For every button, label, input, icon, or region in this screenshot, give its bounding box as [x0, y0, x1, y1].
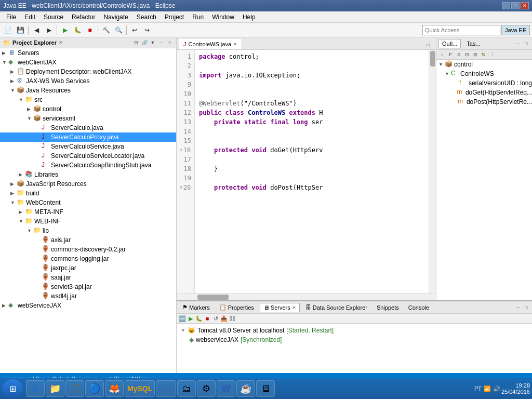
build-button[interactable]: 🔨 — [100, 24, 112, 36]
menu-project[interactable]: Project — [161, 12, 188, 22]
tree-item-servers[interactable]: ▶ 🖥 Servers — [0, 48, 176, 58]
stop-button[interactable]: ■ — [84, 24, 96, 36]
tree-item-servicelocator[interactable]: J ServerCalculoServiceLocator.java — [0, 151, 176, 161]
tree-item-servercalculoproxy[interactable]: J ServerCalculoProxy.java — [0, 132, 176, 142]
save-button[interactable]: 💾 — [15, 24, 26, 36]
server-new-button[interactable]: 🆕 — [179, 315, 186, 322]
tree-item-libraries[interactable]: ▶ 📚 Libraries — [0, 170, 176, 179]
tree-item-wsdl4j-jar[interactable]: 🏺 wsdl4j.jar — [0, 291, 176, 301]
explorer-minimize-button[interactable]: ─ — [157, 39, 165, 46]
taskbar-settings[interactable]: ⚙ — [197, 380, 216, 397]
menu-window[interactable]: Window — [208, 12, 238, 22]
outline-sync-button[interactable]: ↻ — [480, 51, 487, 58]
menu-refactor[interactable]: Refactor — [68, 12, 99, 22]
debug-button[interactable]: 🐛 — [72, 24, 83, 36]
tree-item-saaj-jar[interactable]: 🏺 saaj.jar — [0, 273, 176, 282]
tree-item-servercalculo[interactable]: J ServerCalculo.java — [0, 123, 176, 132]
outline-collapse-button[interactable]: ⊟ — [463, 51, 471, 58]
search-toolbar-button[interactable]: 🔍 — [113, 24, 124, 36]
editor-hscrollbar[interactable] — [177, 293, 436, 300]
outline-item-serialversionuid[interactable]: f serialVersionUID : long — [436, 78, 532, 88]
outline-item-controlewsclass[interactable]: ▼ C ControleWS — [436, 69, 532, 78]
link-editor-button[interactable]: 🔗 — [141, 39, 148, 46]
close-button[interactable]: ✕ — [521, 2, 529, 9]
tree-item-jaxrpc-jar[interactable]: 🏺 jaxrpc.jar — [0, 263, 176, 273]
menu-navigate[interactable]: Navigate — [99, 12, 132, 22]
editor-tab-close[interactable]: ✕ — [233, 42, 237, 47]
taskbar-sql[interactable]: SQL — [156, 380, 176, 397]
menu-file[interactable]: File — [2, 12, 20, 22]
server-item-tomcat[interactable]: ▼ 🐱 Tomcat v8.0 Server at localhost [Sta… — [179, 326, 530, 335]
tree-item-webinf[interactable]: ▼ 📁 WEB-INF — [0, 217, 176, 226]
taskbar-ie[interactable]: e — [26, 380, 45, 397]
servers-tab-close[interactable]: ✕ — [292, 305, 296, 310]
bottom-tab-servers[interactable]: 🖥 Servers ✕ — [260, 303, 300, 312]
menu-edit[interactable]: Edit — [20, 12, 39, 22]
tree-item-jsresources[interactable]: ▶ 📦 JavaScript Resources — [0, 179, 176, 189]
taskbar-chrome[interactable]: 🔵 — [85, 380, 104, 397]
tree-item-src[interactable]: ▼ 📁 src — [0, 95, 176, 104]
taskbar-firefox[interactable]: 🦊 — [105, 380, 124, 397]
taskbar-mysql[interactable]: MySQL — [125, 380, 155, 397]
tree-item-jaxws[interactable]: ▶ ⚙ JAX-WS Web Services — [0, 76, 176, 86]
editor-content[interactable]: 1 2 3 9 10 11 12 13 14 15 ⊖16 17 18 19 — [177, 50, 436, 293]
minimize-button[interactable]: ─ — [502, 2, 510, 9]
new-button[interactable]: 📄 — [2, 24, 14, 36]
explorer-maximize-button[interactable]: □ — [166, 39, 173, 46]
start-button[interactable]: ⊞ — [2, 379, 23, 398]
tree-item-metainf[interactable]: ▶ 📁 META-INF — [0, 207, 176, 217]
editor-tab-controlewsJava[interactable]: J ControleWS.java ✕ — [179, 38, 242, 49]
outline-maximize-button[interactable]: □ — [523, 40, 530, 47]
editor-scrollbar[interactable] — [429, 50, 436, 293]
tree-item-build[interactable]: ▶ 📁 build — [0, 189, 176, 198]
tree-item-webclientjax[interactable]: ▼ ◆ webClientJAX — [0, 58, 176, 67]
next-edit-button[interactable]: ↪ — [141, 24, 153, 36]
tree-item-webservicejax[interactable]: ▶ ◆ webServiceJAX — [0, 301, 176, 310]
taskbar-media[interactable]: 🎵 — [65, 380, 84, 397]
taskbar-files[interactable]: 🗂 — [177, 380, 196, 397]
tree-item-axis-jar[interactable]: 🏺 axis.jar — [0, 235, 176, 245]
bottom-tab-markers[interactable]: ⚑ Markers — [179, 302, 214, 312]
quick-access-input[interactable] — [425, 27, 498, 33]
outline-tab-tasks[interactable]: Tas... — [463, 39, 484, 48]
server-publish-button[interactable]: 📤 — [220, 315, 228, 322]
forward-button[interactable]: ▶ — [43, 24, 55, 36]
tree-item-commons-logging-jar[interactable]: 🏺 commons-logging.jar — [0, 254, 176, 263]
prev-edit-button[interactable]: ↩ — [129, 24, 140, 36]
bottom-tab-console[interactable]: Console — [405, 303, 433, 312]
bottom-tab-datasource[interactable]: 🗄 Data Source Explorer — [302, 303, 371, 312]
taskbar-java-eclipse[interactable]: ☕ — [236, 380, 255, 397]
outline-sort-button[interactable]: ↕ — [438, 51, 446, 58]
server-debug-server-button[interactable]: 🐛 — [195, 315, 203, 322]
tree-item-commons-discovery-jar[interactable]: 🏺 commons-discovery-0.2.jar — [0, 245, 176, 254]
bottom-tab-properties[interactable]: 📋 Properties — [216, 302, 258, 312]
maximize-button[interactable]: □ — [511, 2, 520, 9]
bottom-tab-snippets[interactable]: Snippets — [373, 303, 403, 312]
taskbar-explorer[interactable]: 📁 — [46, 380, 64, 397]
taskbar-word[interactable]: W — [217, 380, 235, 397]
back-button[interactable]: ◀ — [31, 24, 42, 36]
tree-item-servlet3-jar[interactable]: 🏺 servlet3-api.jar — [0, 282, 176, 291]
server-start-button[interactable]: ▶ — [187, 315, 194, 322]
tree-item-java-resources[interactable]: ▼ 📦 Java Resources — [0, 86, 176, 95]
server-stop-button[interactable]: ■ — [204, 315, 211, 322]
bottom-maximize-button[interactable]: □ — [523, 304, 530, 311]
outline-more-button[interactable]: ⋮ — [488, 51, 496, 58]
taskbar-desktop[interactable]: 🖥 — [256, 380, 275, 397]
outline-hide-fields-button[interactable]: F — [447, 51, 454, 58]
server-disconnect-button[interactable]: ⛓ — [229, 315, 236, 322]
menu-run[interactable]: Run — [188, 12, 208, 22]
tree-item-servicesxml[interactable]: ▼ 📦 servicesxml — [0, 114, 176, 123]
server-item-webservicejax[interactable]: ◆ webserviceJAX [Synchronized] — [179, 335, 530, 344]
outline-hide-static-button[interactable]: S — [455, 51, 462, 58]
collapse-all-button[interactable]: ⊟ — [132, 39, 140, 46]
menu-source[interactable]: Source — [39, 12, 68, 22]
outline-item-control[interactable]: ▼ 📦 control — [436, 60, 532, 69]
outline-item-doget[interactable]: m doGet(HttpServletReq... — [436, 88, 532, 97]
tree-item-servercalculoservice[interactable]: J ServerCalculoService.java — [0, 142, 176, 151]
editor-maximize-button[interactable]: □ — [424, 42, 432, 49]
outline-item-dopost[interactable]: m doPost(HttpServletRe... — [436, 97, 532, 107]
tree-item-control[interactable]: ▶ 📦 control — [0, 104, 176, 114]
outline-expand-button[interactable]: ⊞ — [472, 51, 479, 58]
bottom-minimize-button[interactable]: ─ — [514, 304, 522, 311]
